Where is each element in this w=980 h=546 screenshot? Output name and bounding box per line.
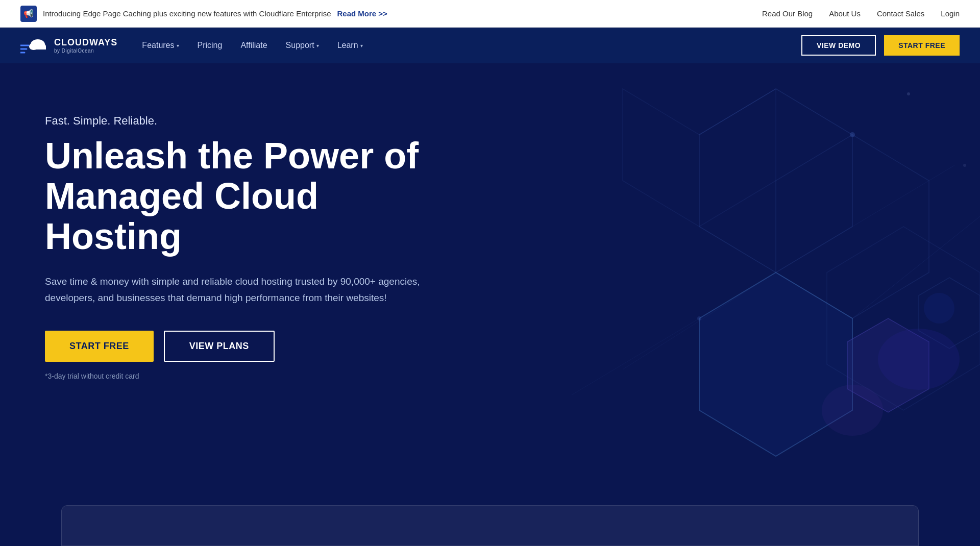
svg-point-21 bbox=[963, 164, 966, 167]
read-our-blog-link[interactable]: Read Our Blog bbox=[762, 9, 813, 18]
main-navbar: CLOUDWAYS by DigitalOcean Features ▾ Pri… bbox=[0, 28, 980, 63]
hero-title: Unleash the Power of Managed Cloud Hosti… bbox=[45, 136, 445, 257]
logo-text: CLOUDWAYS by DigitalOcean bbox=[54, 37, 117, 54]
announcement-left: 📢 Introducing Edge Page Caching plus exc… bbox=[20, 6, 387, 22]
nav-support[interactable]: Support ▾ bbox=[286, 41, 319, 50]
login-link[interactable]: Login bbox=[941, 9, 960, 18]
announcement-bar: 📢 Introducing Edge Page Caching plus exc… bbox=[0, 0, 980, 28]
svg-line-15 bbox=[852, 216, 980, 318]
support-chevron: ▾ bbox=[316, 43, 319, 48]
nav-features[interactable]: Features ▾ bbox=[142, 41, 179, 50]
nav-learn[interactable]: Learn ▾ bbox=[337, 41, 363, 50]
bottom-card-hint bbox=[61, 505, 919, 546]
svg-marker-12 bbox=[699, 272, 852, 456]
nav-links: Features ▾ Pricing Affiliate Support ▾ L… bbox=[142, 41, 362, 50]
view-plans-button[interactable]: VIEW PLANS bbox=[164, 331, 275, 362]
nav-pricing[interactable]: Pricing bbox=[198, 41, 223, 50]
svg-point-24 bbox=[878, 329, 960, 390]
start-free-nav-button[interactable]: START FREE bbox=[884, 35, 960, 56]
about-us-link[interactable]: About Us bbox=[829, 9, 861, 18]
hero-description: Save time & money with simple and reliab… bbox=[45, 274, 445, 307]
features-chevron: ▾ bbox=[177, 43, 179, 48]
announcement-right-links: Read Our Blog About Us Contact Sales Log… bbox=[762, 9, 960, 18]
svg-point-20 bbox=[907, 92, 910, 95]
svg-line-18 bbox=[572, 318, 699, 395]
announcement-text: Introducing Edge Page Caching plus excit… bbox=[43, 9, 331, 18]
hex-background bbox=[521, 63, 980, 523]
trial-note: *3-day trial without credit card bbox=[45, 372, 445, 380]
hero-buttons: START FREE VIEW PLANS bbox=[45, 331, 445, 362]
hero-tagline: Fast. Simple. Reliable. bbox=[45, 114, 445, 128]
logo-sub-text: by DigitalOcean bbox=[54, 48, 117, 54]
svg-rect-6 bbox=[31, 46, 46, 49]
megaphone-icon: 📢 bbox=[20, 6, 37, 22]
hero-content: Fast. Simple. Reliable. Unleash the Powe… bbox=[0, 63, 490, 411]
svg-point-25 bbox=[822, 385, 883, 436]
contact-sales-link[interactable]: Contact Sales bbox=[877, 9, 924, 18]
svg-point-22 bbox=[850, 132, 855, 137]
svg-point-26 bbox=[924, 293, 954, 324]
navbar-left: CLOUDWAYS by DigitalOcean Features ▾ Pri… bbox=[20, 35, 363, 56]
navbar-right: VIEW DEMO START FREE bbox=[801, 35, 960, 56]
logo-main-text: CLOUDWAYS bbox=[54, 37, 117, 48]
svg-point-23 bbox=[697, 316, 701, 320]
learn-chevron: ▾ bbox=[360, 43, 363, 48]
hero-section: Fast. Simple. Reliable. Unleash the Powe… bbox=[0, 63, 980, 546]
logo[interactable]: CLOUDWAYS by DigitalOcean bbox=[20, 35, 117, 56]
logo-icon bbox=[20, 35, 49, 56]
view-demo-button[interactable]: VIEW DEMO bbox=[801, 35, 876, 56]
svg-line-17 bbox=[852, 165, 954, 227]
start-free-button[interactable]: START FREE bbox=[45, 331, 154, 362]
nav-affiliate[interactable]: Affiliate bbox=[240, 41, 267, 50]
read-more-link[interactable]: Read More >> bbox=[337, 9, 387, 18]
